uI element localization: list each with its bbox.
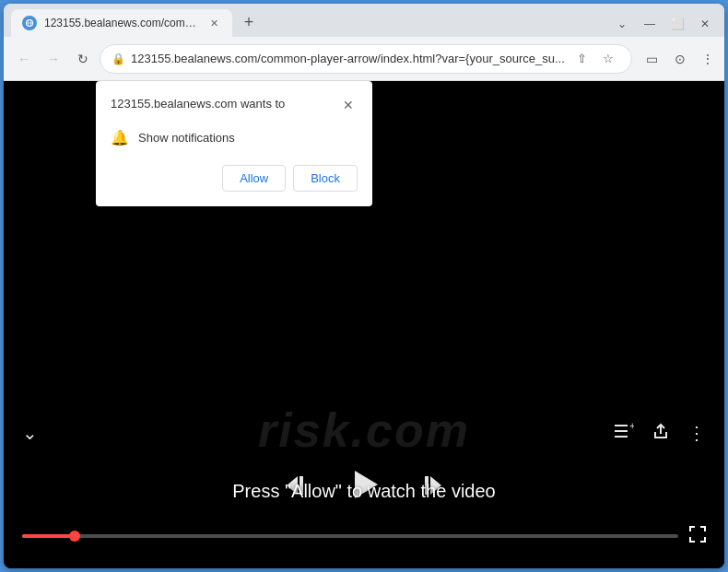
popup-close-button[interactable]: ✕ bbox=[339, 96, 358, 114]
notification-popup: 123155.bealanews.com wants to ✕ 🔔 Show n… bbox=[96, 81, 372, 206]
fullscreen-button[interactable] bbox=[689, 526, 706, 546]
browser-window: 123155.bealanews.com/common ✕ + ⌄ — ⬜ ✕ … bbox=[4, 4, 724, 568]
allow-button[interactable]: Allow bbox=[222, 165, 286, 192]
lock-icon: 🔒 bbox=[112, 53, 125, 65]
back-button[interactable]: ← bbox=[11, 46, 37, 72]
popup-title: 123155.bealanews.com wants to bbox=[111, 96, 285, 112]
window-controls: ⌄ — ⬜ ✕ bbox=[610, 15, 717, 33]
forward-button[interactable]: → bbox=[41, 46, 66, 72]
collapse-icon[interactable]: ⌄ bbox=[22, 422, 38, 444]
tab-title: 123155.bealanews.com/common bbox=[44, 17, 199, 29]
player-right-icons: + ⋮ bbox=[614, 422, 706, 444]
restore-button[interactable]: ⬜ bbox=[665, 15, 689, 33]
permission-text: Show notifications bbox=[138, 131, 235, 145]
address-input[interactable]: 🔒 123155.bealanews.com/common-player-arr… bbox=[100, 44, 632, 74]
share-icon[interactable]: ⇧ bbox=[570, 47, 594, 71]
reload-button[interactable]: ↻ bbox=[70, 46, 96, 72]
active-tab[interactable]: 123155.bealanews.com/common ✕ bbox=[11, 9, 232, 37]
new-tab-button[interactable]: + bbox=[236, 9, 262, 35]
progress-dot bbox=[69, 531, 80, 542]
player-progress-row bbox=[22, 526, 706, 546]
player-top-bar: ⌄ + bbox=[22, 422, 706, 444]
chevron-down-button[interactable]: ⌄ bbox=[610, 15, 634, 33]
bookmark-icon[interactable]: ☆ bbox=[596, 47, 620, 71]
tab-bar: 123155.bealanews.com/common ✕ + ⌄ — ⬜ ✕ bbox=[4, 4, 724, 37]
progress-bar[interactable] bbox=[22, 534, 678, 538]
press-allow-text: Press "Allow" to watch the video bbox=[232, 481, 495, 502]
progress-fill bbox=[22, 534, 75, 538]
video-player[interactable]: risk.com ⌄ + bbox=[4, 81, 724, 568]
playlist-icon[interactable]: + bbox=[614, 423, 634, 444]
tab-close-button[interactable]: ✕ bbox=[206, 16, 221, 30]
menu-icon[interactable]: ⋮ bbox=[695, 46, 721, 72]
svg-text:+: + bbox=[629, 423, 634, 431]
close-button[interactable]: ✕ bbox=[693, 15, 717, 33]
address-text: 123155.bealanews.com/common-player-arrow… bbox=[131, 52, 565, 65]
popup-header: 123155.bealanews.com wants to ✕ bbox=[111, 96, 358, 114]
minimize-button[interactable]: — bbox=[638, 15, 662, 33]
profile-icon[interactable]: ⊙ bbox=[667, 46, 693, 72]
popup-permission-row: 🔔 Show notifications bbox=[111, 125, 358, 150]
block-button[interactable]: Block bbox=[293, 165, 358, 192]
bell-icon: 🔔 bbox=[111, 129, 129, 146]
tab-favicon bbox=[22, 16, 37, 30]
address-actions: ⇧ ☆ bbox=[570, 47, 620, 71]
toolbar-icons: ▭ ⊙ ⋮ bbox=[640, 46, 721, 72]
address-bar: ← → ↻ 🔒 123155.bealanews.com/common-play… bbox=[4, 37, 724, 81]
share-player-icon[interactable] bbox=[652, 423, 669, 444]
sidebar-icon[interactable]: ▭ bbox=[640, 46, 665, 72]
more-options-icon[interactable]: ⋮ bbox=[687, 422, 706, 444]
content-area: risk.com ⌄ + bbox=[4, 81, 724, 568]
popup-buttons: Allow Block bbox=[111, 165, 358, 192]
